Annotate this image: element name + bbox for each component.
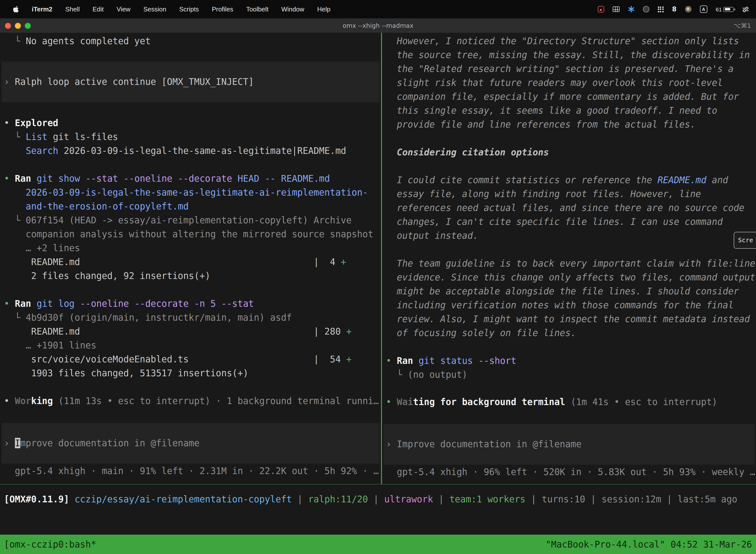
- text-segment: Ran: [397, 355, 413, 366]
- screen-recording-icon[interactable]: [597, 6, 604, 12]
- menu-item-session[interactable]: Session: [143, 5, 167, 13]
- terminal-line: Search 2026-03-09-is-legal-the-same-as-l…: [4, 144, 381, 158]
- omx-status-line: [OMX#0.11.9] cczip/essay/ai-reimplementa…: [0, 492, 756, 506]
- session-status-right: gpt-5.4 xhigh · 96% left · 520K in · 5.8…: [382, 465, 756, 479]
- terminal-line: this single essay, it seems like a good …: [386, 104, 756, 118]
- menu-item-scripts[interactable]: Scripts: [179, 5, 199, 13]
- terminal-line: • Waiting for background terminal (1m 41…: [386, 395, 756, 409]
- app-grid-icon[interactable]: [657, 6, 664, 12]
- menu-item-app-name[interactable]: iTerm2: [32, 5, 52, 13]
- terminal-line: references need actual files, and since …: [386, 201, 756, 215]
- text-segment: └ (no output): [386, 369, 467, 380]
- text-segment: Ralph loop active continue [OMX_TMUX_INJ…: [15, 76, 254, 87]
- figure-eight-icon[interactable]: 8: [672, 5, 676, 13]
- agents-note: └ No agents completed yet: [0, 34, 381, 48]
- terminal-line: 2 files changed, 92 insertions(+): [4, 269, 381, 283]
- window-title-bar[interactable]: omx --xhigh --madmax ⌥⌘1: [0, 18, 756, 33]
- battery-icon: [723, 7, 734, 12]
- terminal-line: provide file and line references from th…: [386, 118, 756, 131]
- text-segment: the "Related research writing" section i…: [386, 63, 734, 74]
- apple-menu-icon[interactable]: [13, 5, 19, 13]
- text-segment: [473, 355, 478, 366]
- menu-item-toolbelt[interactable]: Toolbelt: [246, 5, 269, 13]
- right-pane[interactable]: However, I noticed the "Directory Struct…: [382, 33, 756, 484]
- text-segment: [75, 298, 80, 309]
- text-segment: 1903 files changed, 513517 insertions(+): [4, 368, 249, 378]
- text-segment: The team guideline is to back every impo…: [386, 258, 755, 269]
- prompt-input-right[interactable]: › Improve documentation in @filename: [383, 424, 755, 465]
- inject-prompt-box[interactable]: › Ralph loop active continue [OMX_TMUX_I…: [1, 62, 379, 102]
- text-segment: cczip/essay/ai-reimplementation-copyleft: [75, 494, 292, 504]
- text-segment: turns:10: [542, 494, 585, 504]
- text-segment: 2026-03-09-is-legal-the-same-as-legitima…: [4, 187, 368, 198]
- keyboard-input-icon[interactable]: A: [700, 5, 707, 13]
- text-segment: (1m 41s • esc to interrupt): [565, 397, 717, 407]
- thinking-paragraph-1: However, I noticed the "Directory Struct…: [382, 34, 756, 131]
- terminal-line: review. Also, I might want to inspect th…: [386, 312, 756, 326]
- menu-bar: iTerm2 Shell Edit View Session Scripts P…: [0, 0, 756, 18]
- terminal-line: might be acceptable alongside the file l…: [386, 284, 756, 298]
- terminal-line: slight risk that future readers may over…: [386, 76, 756, 90]
- text-segment: Search: [26, 146, 58, 156]
- text-segment: companion file, especially if more comme…: [386, 91, 739, 102]
- text-segment: However, I noticed the "Directory Struct…: [386, 36, 739, 46]
- omx-status-bar: [OMX#0.11.9] cczip/essay/ai-reimplementa…: [0, 485, 756, 535]
- text-segment: +: [346, 354, 352, 365]
- grid-window-icon[interactable]: [612, 6, 619, 12]
- control-center-icon[interactable]: [742, 6, 749, 12]
- text-segment: slight risk that future readers may over…: [386, 77, 723, 88]
- text-segment: including verification notes with those …: [386, 300, 734, 310]
- text-segment: •: [386, 397, 397, 407]
- text-segment: |: [292, 494, 308, 504]
- tmux-session-label[interactable]: [omx-cczip0:bash*: [4, 539, 96, 550]
- menu-item-edit[interactable]: Edit: [92, 5, 104, 13]
- text-segment: └ 4b9d30f (origin/main, instructkr/main,…: [4, 312, 292, 323]
- dark-circle-icon[interactable]: [643, 6, 649, 12]
- text-segment: git ls-files: [47, 131, 118, 142]
- tmux-host-clock: "MacBook-Pro-44.local" 04:52 31-Mar-26: [546, 539, 752, 550]
- text-segment: 2026-03-09-is-legal-the-same-as-legitima…: [58, 146, 346, 156]
- blue-asterisk-icon[interactable]: [628, 6, 634, 12]
- terminal-line: including verification notes with those …: [386, 298, 756, 312]
- screen-chip-button[interactable]: Scre: [734, 232, 756, 249]
- menu-item-window[interactable]: Window: [281, 5, 304, 13]
- prompt-input-left[interactable]: › Improve documentation in @filename: [1, 423, 379, 464]
- menu-item-profiles[interactable]: Profiles: [212, 5, 233, 13]
- terminal-line: the "Related research writing" section i…: [386, 62, 756, 76]
- avatar-icon[interactable]: [685, 6, 692, 12]
- text-segment: [OMX#0.11.9]: [4, 494, 69, 504]
- thinking-paragraph-2: I could cite commit statistics or refere…: [382, 173, 756, 243]
- text-segment: king: [31, 396, 53, 406]
- text-segment: mprove documentation in @filename: [20, 438, 200, 448]
- left-pane[interactable]: └ No agents completed yet › Ralph loop a…: [0, 33, 381, 484]
- session-status-left: gpt-5.4 xhigh · main · 91% left · 2.31M …: [0, 464, 381, 478]
- text-segment: --oneline --decorate -n 5 --stat: [80, 298, 254, 309]
- menu-item-view[interactable]: View: [117, 5, 130, 13]
- text-segment: [31, 298, 37, 309]
- text-segment: Wor: [15, 396, 31, 406]
- terminal: └ No agents completed yet › Ralph loop a…: [0, 33, 756, 485]
- terminal-line: └ List git ls-files: [4, 130, 381, 144]
- text-segment: HEAD -- README.md: [238, 173, 330, 184]
- terminal-line: src/voice/voiceModeEnabled.ts | 54 +: [4, 352, 381, 366]
- terminal-line: Considering citation options: [386, 146, 756, 159]
- menu-item-shell[interactable]: Shell: [65, 5, 80, 13]
- screen: iTerm2 Shell Edit View Session Scripts P…: [0, 0, 756, 554]
- terminal-line: the source tree, missing the essay. Stil…: [386, 48, 756, 62]
- menu-item-help[interactable]: Help: [317, 5, 331, 13]
- text-segment: Ran: [15, 298, 31, 309]
- text-segment: ›: [4, 76, 15, 87]
- text-segment: gpt-5.4 xhigh · 96% left · 520K in · 5.8…: [386, 466, 755, 477]
- battery-indicator[interactable]: 61: [716, 6, 734, 12]
- text-segment: team:1 workers: [449, 494, 525, 504]
- text-segment: •: [4, 173, 15, 184]
- text-segment: •: [386, 355, 397, 366]
- text-segment: [413, 355, 419, 366]
- text-segment: … +1901 lines: [4, 340, 96, 350]
- text-segment: [80, 173, 85, 184]
- text-segment: of focusing solely on file lines.: [386, 328, 576, 338]
- text-segment: and-the-erosion-of-copyleft.md: [4, 201, 189, 212]
- git-show-block: • Ran git show --stat --oneline --decora…: [0, 172, 381, 283]
- git-status-block: • Ran git status --short └ (no output): [382, 354, 756, 382]
- text-segment: the source tree, missing the essay. Stil…: [386, 50, 750, 60]
